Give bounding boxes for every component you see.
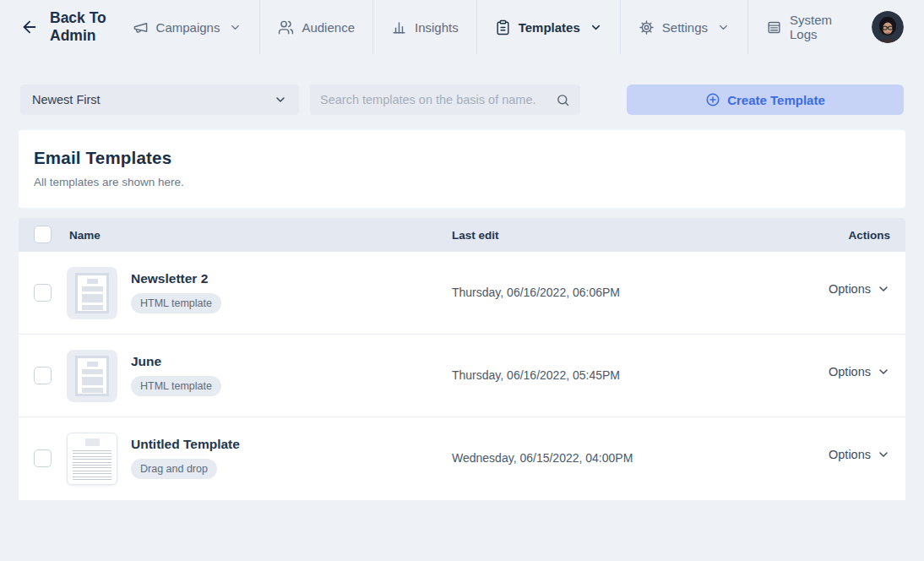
chevron-down-icon xyxy=(877,365,890,379)
options-label: Options xyxy=(829,448,871,461)
template-name: Untitled Template xyxy=(131,437,240,452)
chevron-down-icon xyxy=(877,282,890,296)
template-name-block: Untitled Template Drag and drop xyxy=(131,437,240,479)
nav-item-settings[interactable]: Settings xyxy=(620,0,747,54)
nav-item-label: Templates xyxy=(519,20,580,35)
page-subtitle: All templates are shown here. xyxy=(34,176,890,188)
table-row: Newsletter 2 HTML template Thursday, 06/… xyxy=(19,252,905,335)
column-header-name: Name xyxy=(69,229,101,242)
megaphone-icon xyxy=(133,19,149,35)
template-name: Newsletter 2 xyxy=(131,271,221,286)
template-thumbnail-drag-drop xyxy=(67,433,117,485)
logs-icon xyxy=(766,19,782,35)
nav-item-label: Insights xyxy=(415,20,459,35)
bar-chart-icon xyxy=(391,19,407,35)
nav-item-system-logs[interactable]: System Logs xyxy=(747,0,850,54)
template-thumbnail-html xyxy=(67,267,117,319)
search-box xyxy=(310,84,580,115)
template-name: June xyxy=(131,354,221,369)
row-checkbox[interactable] xyxy=(34,449,52,467)
last-edit-date: Wednesday, 06/15/2022, 04:00PM xyxy=(452,451,633,465)
nav-item-label: Campaigns xyxy=(156,20,220,35)
chevron-down-icon xyxy=(274,93,287,106)
options-label: Options xyxy=(829,365,871,379)
chevron-down-icon xyxy=(717,21,730,34)
options-button[interactable]: Options xyxy=(829,282,890,296)
template-name-block: Newsletter 2 HTML template xyxy=(131,271,221,313)
nav-menu: Campaigns Audience Insights Templates xyxy=(115,0,850,54)
options-label: Options xyxy=(829,282,871,296)
template-type-badge: Drag and drop xyxy=(131,459,217,479)
page-title: Email Templates xyxy=(34,148,890,168)
page-header-card: Email Templates All templates are shown … xyxy=(19,130,905,208)
users-icon xyxy=(278,19,294,35)
search-icon xyxy=(556,93,570,107)
sort-dropdown[interactable]: Newest First xyxy=(20,84,299,115)
column-header-actions: Actions xyxy=(848,229,890,242)
template-type-badge: HTML template xyxy=(131,293,221,313)
search-input[interactable] xyxy=(320,93,556,106)
nav-item-templates[interactable]: Templates xyxy=(476,0,620,54)
arrow-left-icon xyxy=(20,18,39,36)
table-header-row: Name Last edit Actions xyxy=(19,218,905,252)
back-to-admin-button[interactable]: Back To Admin xyxy=(20,9,115,45)
template-name-block: June HTML template xyxy=(131,354,221,396)
chevron-down-icon xyxy=(590,21,602,34)
back-to-admin-label: Back To Admin xyxy=(50,9,115,45)
nav-item-audience[interactable]: Audience xyxy=(259,0,372,54)
options-button[interactable]: Options xyxy=(829,365,890,379)
template-thumbnail-html xyxy=(67,350,117,402)
column-header-last-edit: Last edit xyxy=(452,229,499,242)
nav-item-insights[interactable]: Insights xyxy=(372,0,476,54)
nav-item-label: Audience xyxy=(302,20,355,35)
top-navigation: Back To Admin Campaigns Audience Insight… xyxy=(0,0,924,54)
template-type-badge: HTML template xyxy=(131,376,221,396)
create-template-label: Create Template xyxy=(727,93,825,107)
plus-circle-icon xyxy=(705,92,720,107)
create-template-button[interactable]: Create Template xyxy=(627,84,904,115)
last-edit-date: Thursday, 06/16/2022, 06:06PM xyxy=(452,286,620,299)
chevron-down-icon xyxy=(877,448,890,461)
clipboard-icon xyxy=(495,19,511,35)
options-button[interactable]: Options xyxy=(829,448,890,461)
nav-item-campaigns[interactable]: Campaigns xyxy=(115,0,260,54)
table-row: June HTML template Thursday, 06/16/2022,… xyxy=(19,335,905,417)
templates-toolbar: Newest First Create Template xyxy=(0,84,924,115)
nav-item-label: System Logs xyxy=(790,13,832,41)
row-checkbox[interactable] xyxy=(34,284,52,302)
templates-table: Name Last edit Actions Newsletter 2 HTML… xyxy=(19,218,905,500)
last-edit-date: Thursday, 06/16/2022, 05:45PM xyxy=(452,368,620,382)
table-row: Untitled Template Drag and drop Wednesda… xyxy=(19,417,905,500)
gear-icon xyxy=(639,19,655,35)
nav-item-label: Settings xyxy=(662,20,708,35)
select-all-checkbox[interactable] xyxy=(34,226,52,243)
row-checkbox[interactable] xyxy=(34,367,52,384)
sort-dropdown-value: Newest First xyxy=(32,93,101,106)
user-avatar[interactable] xyxy=(872,11,904,43)
chevron-down-icon xyxy=(229,21,242,34)
